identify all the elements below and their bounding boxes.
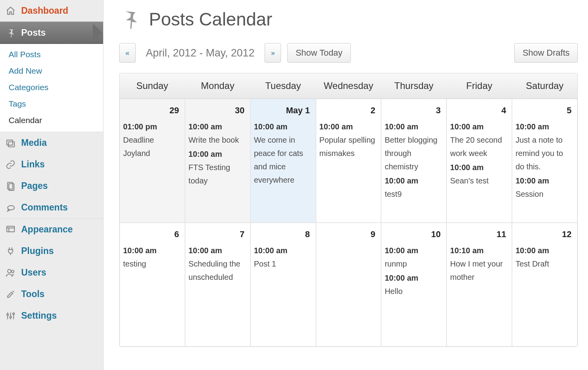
day-number: 4 [450, 99, 508, 120]
sidebar-item-links[interactable]: Links [0, 154, 103, 175]
day-number: 29 [123, 99, 181, 120]
calendar-header: SundayMondayTuesdayWednesdayThursdayFrid… [120, 73, 577, 99]
calendar-event[interactable]: 10:00 amWrite the book [189, 120, 247, 147]
calendar-event[interactable]: 01:00 pmDeadline Joyland [123, 120, 181, 160]
plug-icon [5, 246, 16, 256]
event-title: Sean's test [450, 174, 508, 187]
media-icon [5, 138, 16, 148]
calendar-day-cell[interactable]: 310:00 amBetter blogging through chemist… [381, 99, 446, 223]
sidebar-subitem-tags[interactable]: Tags [0, 96, 103, 112]
calendar-event[interactable]: 10:00 amWe come in peace for cats and mi… [254, 120, 312, 187]
sidebar-item-label: Tools [21, 289, 45, 299]
calendar-day-cell[interactable]: 610:00 amtesting [120, 223, 185, 346]
day-number: 12 [515, 223, 574, 244]
sidebar-subitem-all-posts[interactable]: All Posts [0, 46, 103, 63]
event-time: 10:10 am [450, 244, 508, 257]
sidebar-item-label: Posts [21, 27, 46, 38]
sidebar-item-label: Users [21, 267, 46, 278]
event-title: runmp [385, 257, 443, 270]
event-title: How I met your mother [450, 257, 508, 284]
calendar-event[interactable]: 10:00 amSean's test [450, 161, 508, 187]
event-title: We come in peace for cats and mice every… [254, 133, 312, 187]
day-number: May 1 [254, 99, 312, 120]
show-drafts-button[interactable]: Show Drafts [514, 43, 578, 63]
event-time: 10:00 am [254, 244, 312, 257]
event-title: The 20 second work week [450, 133, 508, 160]
pages-icon [5, 181, 16, 191]
calendar-event[interactable]: 10:00 amrunmp [385, 244, 443, 270]
pin-icon [119, 9, 140, 30]
event-time: 10:00 am [515, 120, 574, 133]
calendar-event[interactable]: 10:00 amSession [515, 174, 574, 201]
sidebar-subitem-categories[interactable]: Categories [0, 79, 103, 96]
day-number: 30 [189, 99, 247, 120]
event-title: FTS Testing today [189, 161, 247, 187]
calendar-day-cell[interactable]: 810:00 amPost 1 [250, 223, 316, 346]
calendar-day-cell[interactable]: 1210:00 amTest Draft [512, 223, 577, 346]
sidebar-item-label: Plugins [21, 246, 54, 256]
svg-point-13 [10, 316, 11, 318]
sidebar-item-dashboard[interactable]: Dashboard [0, 0, 103, 22]
event-title: Just a note to remind you to do this. [515, 133, 574, 173]
event-title: testing [123, 257, 181, 270]
svg-point-7 [7, 269, 11, 273]
sidebar-item-users[interactable]: Users [0, 262, 103, 283]
calendar-body: 2901:00 pmDeadline Joyland3010:00 amWrit… [120, 99, 577, 346]
calendar-event[interactable]: 10:00 amThe 20 second work week [450, 120, 508, 160]
calendar-day-cell[interactable]: 3010:00 amWrite the book10:00 amFTS Test… [185, 99, 250, 223]
event-time: 10:00 am [515, 244, 574, 257]
calendar-event[interactable]: 10:00 amTest Draft [515, 244, 574, 270]
sidebar-item-tools[interactable]: Tools [0, 283, 103, 305]
calendar-event[interactable]: 10:00 amBetter blogging through chemistr… [385, 120, 443, 173]
event-time: 01:00 pm [123, 120, 181, 133]
sidebar-subitem-add-new[interactable]: Add New [0, 63, 103, 79]
calendar-day-cell[interactable]: 510:00 amJust a note to remind you to do… [512, 99, 577, 223]
sidebar-item-label: Settings [21, 310, 57, 321]
day-number: 10 [385, 223, 443, 244]
calendar-event[interactable]: 10:00 amtest9 [385, 174, 443, 201]
calendar-day-cell[interactable]: May 110:00 amWe come in peace for cats a… [250, 99, 316, 223]
sidebar-item-posts[interactable]: Posts [0, 22, 103, 44]
event-title: test9 [385, 187, 443, 201]
calendar-day-cell[interactable]: 410:00 amThe 20 second work week10:00 am… [446, 99, 512, 223]
sidebar-item-label: Dashboard [21, 5, 68, 16]
event-title: Deadline Joyland [123, 133, 181, 160]
home-icon [5, 6, 16, 16]
calendar-day-cell[interactable]: 710:00 amScheduling the unscheduled [185, 223, 250, 346]
sidebar-item-media[interactable]: Media [0, 132, 103, 154]
calendar-event[interactable]: 10:00 amtesting [123, 244, 181, 270]
calendar-day-cell[interactable]: 210:00 amPopular spelling mismakes [316, 99, 381, 223]
pin-icon [5, 28, 16, 38]
prev-button[interactable]: « [119, 43, 136, 63]
weekday-header: Wednesday [316, 73, 381, 98]
weekday-header: Tuesday [250, 73, 316, 98]
sidebar-item-comments[interactable]: Comments [0, 197, 103, 218]
calendar-day-cell[interactable]: 2901:00 pmDeadline Joyland [120, 99, 185, 223]
day-number: 7 [189, 223, 247, 244]
calendar-event[interactable]: 10:00 amPost 1 [254, 244, 312, 270]
link-icon [5, 160, 16, 170]
calendar-event[interactable]: 10:00 amFTS Testing today [189, 147, 247, 187]
calendar-event[interactable]: 10:00 amHello [385, 271, 443, 298]
calendar-event[interactable]: 10:00 amPopular spelling mismakes [319, 120, 378, 160]
calendar-day-cell[interactable]: 9 [316, 223, 381, 346]
show-today-button[interactable]: Show Today [287, 43, 350, 63]
event-time: 10:00 am [189, 244, 247, 257]
calendar-event[interactable]: 10:10 amHow I met your mother [450, 244, 508, 284]
calendar-event[interactable]: 10:00 amJust a note to remind you to do … [515, 120, 574, 173]
settings-icon [5, 311, 16, 321]
sidebar-subitem-calendar[interactable]: Calendar [0, 112, 103, 129]
sidebar-item-pages[interactable]: Pages [0, 175, 103, 197]
next-button[interactable]: » [265, 43, 281, 63]
event-time: 10:00 am [450, 120, 508, 133]
svg-point-12 [7, 314, 8, 315]
page-title: Posts Calendar [119, 9, 578, 30]
event-title: Test Draft [515, 257, 574, 270]
sidebar-item-appearance[interactable]: Appearance [0, 219, 103, 240]
sidebar-item-settings[interactable]: Settings [0, 305, 103, 326]
day-number: 9 [319, 223, 378, 244]
sidebar-item-plugins[interactable]: Plugins [0, 240, 103, 262]
calendar-event[interactable]: 10:00 amScheduling the unscheduled [189, 244, 247, 284]
calendar-day-cell[interactable]: 1010:00 amrunmp10:00 amHello [381, 223, 446, 346]
calendar-day-cell[interactable]: 1110:10 amHow I met your mother [446, 223, 512, 346]
